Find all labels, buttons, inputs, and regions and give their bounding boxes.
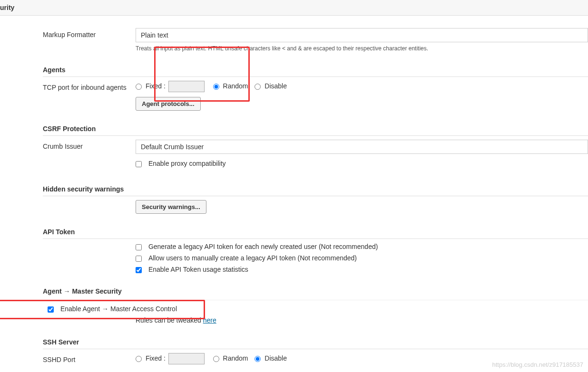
api-opt2-checkbox[interactable] [136,256,142,262]
api-opt1-checkbox[interactable] [136,244,142,250]
api-opt2-row: Allow users to manually create a legacy … [136,254,588,262]
tcp-disable-option[interactable]: Disable [255,82,287,90]
rules-text: Rules can be tweaked [136,316,203,324]
hidden-warnings-row: Security warnings... [43,200,588,214]
crumb-issuer-label: Crumb Issuer [43,140,136,150]
main-content: Markup Formatter Plain text Treats all i… [0,16,588,372]
agent-master-rules-row: Rules can be tweaked here [43,316,588,324]
api-opt1-row: Generate a legacy API token for each new… [136,243,588,250]
rules-here-link[interactable]: here [203,316,216,324]
markup-formatter-select[interactable]: Plain text [136,28,588,42]
markup-formatter-row: Markup Formatter Plain text Treats all i… [43,28,588,52]
enable-proxy-compat-label: Enable proxy compatibility [148,160,226,167]
ssh-random-option[interactable]: Random [213,354,250,362]
agent-master-enable-row: Enable Agent → Master Access Control [48,305,588,313]
api-opt1-label: Generate a legacy API token for each new… [148,243,378,250]
agent-master-heading: Agent → Master Security [43,283,588,298]
hidden-warnings-heading: Hidden security warnings [43,181,588,196]
tcp-port-row: TCP port for inbound agents Fixed : Rand… [43,81,588,111]
api-opt3-row: Enable API Token usage statistics [136,266,588,273]
ssh-disable-radio[interactable] [255,356,261,362]
ssh-fixed-port-input[interactable] [168,353,205,364]
ssh-heading: SSH Server [43,334,588,349]
divider [43,300,588,300]
security-warnings-button[interactable]: Security warnings... [136,200,206,214]
markup-formatter-help: Treats all input as plain text. HTML uns… [136,45,588,52]
tcp-disable-radio[interactable] [255,84,261,90]
tcp-fixed-radio[interactable] [136,84,142,90]
crumb-issuer-select[interactable]: Default Crumb Issuer [136,140,588,154]
agent-master-enable-label: Enable Agent → Master Access Control [60,305,177,313]
enable-proxy-compat-checkbox[interactable] [136,161,142,167]
tcp-port-label: TCP port for inbound agents [43,81,136,91]
api-opt3-label: Enable API Token usage statistics [148,266,248,273]
crumb-issuer-row: Crumb Issuer Default Crumb Issuer Enable… [43,140,588,171]
tcp-fixed-option[interactable]: Fixed : [136,82,208,90]
ssh-fixed-option[interactable]: Fixed : [136,354,208,362]
ssh-fixed-radio[interactable] [136,356,142,362]
top-bar: urity [0,0,588,16]
csrf-heading: CSRF Protection [43,120,588,136]
agent-protocols-button[interactable]: Agent protocols... [136,97,201,111]
agent-master-enable-checkbox[interactable] [48,306,54,313]
ssh-disable-option[interactable]: Disable [255,354,287,362]
sshd-port-options: Fixed : Random Disable [136,353,588,364]
tcp-port-options: Fixed : Random Disable Agent protocols..… [136,81,588,111]
page-title-fragment: urity [0,4,14,11]
tcp-random-radio[interactable] [213,84,219,90]
agents-heading: Agents [43,61,588,77]
sshd-port-row: SSHD Port Fixed : Random Disable [43,353,588,364]
ssh-random-radio[interactable] [213,356,219,362]
tcp-random-option[interactable]: Random [213,82,250,90]
api-opt2-label: Allow users to manually create a legacy … [148,254,357,262]
api-opt3-checkbox[interactable] [136,267,142,273]
markup-formatter-label: Markup Formatter [43,28,136,38]
tcp-fixed-port-input[interactable] [168,81,205,92]
sshd-port-label: SSHD Port [43,353,136,363]
api-token-heading: API Token [43,223,588,239]
